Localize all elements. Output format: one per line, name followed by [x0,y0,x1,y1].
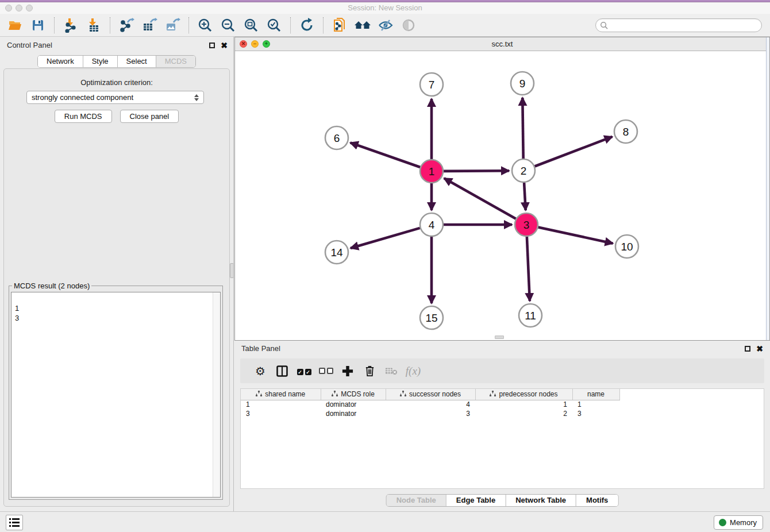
unselect-all-button[interactable] [315,361,337,381]
network-minimize-button[interactable]: − [251,40,259,48]
tab-edge-table[interactable]: Edge Table [446,495,505,506]
graph-node-9[interactable]: 9 [511,72,534,95]
network-vscroll[interactable] [766,37,769,340]
cell-mcds-role[interactable]: dominator [321,409,386,418]
network-canvas[interactable]: 7968124314101511 [235,51,769,340]
export-network-button[interactable] [115,16,138,35]
column-header-shared-name[interactable]: shared name [241,389,321,400]
graph-edge-1-2[interactable] [444,171,509,171]
tab-mcds[interactable]: MCDS [156,56,195,67]
titlebar-traffic-lights[interactable] [5,5,33,11]
graph-node-15[interactable]: 15 [420,306,443,329]
close-panel-icon[interactable]: ✖ [221,41,228,49]
import-table-button[interactable] [82,16,105,35]
first-neighbors-button[interactable] [351,16,374,35]
cell-shared-name[interactable]: 3 [241,409,321,418]
close-table-panel-icon[interactable]: ✖ [756,345,763,353]
cell-successor-nodes[interactable]: 3 [386,409,475,418]
refresh-view-button[interactable] [295,16,318,35]
network-close-button[interactable]: ✕ [240,40,247,48]
tab-select[interactable]: Select [117,56,156,67]
open-session-button[interactable] [3,16,26,35]
cell-predecessor-nodes[interactable]: 2 [475,409,572,418]
memory-button[interactable]: Memory [714,515,763,530]
save-session-button[interactable] [26,16,49,35]
cell-name[interactable]: 3 [572,409,619,418]
close-panel-button[interactable]: Close panel [120,110,179,123]
graph-edge-1-6[interactable] [351,142,421,167]
graph-node-1[interactable]: 1 [420,160,443,183]
cell-shared-name[interactable]: 1 [241,400,321,409]
gear-icon: ⚙ [255,364,265,378]
new-network-from-selection-button[interactable] [328,16,351,35]
graph-node-3[interactable]: 3 [515,213,538,236]
cell-successor-nodes[interactable]: 4 [386,400,475,409]
cell-mcds-role[interactable]: dominator [321,400,386,409]
tab-node-table[interactable]: Node Table [387,495,446,506]
zoom-selected-button[interactable] [263,16,286,35]
search-input[interactable] [609,20,761,31]
import-network-icon [63,18,78,33]
graph-edge-3-10[interactable] [538,228,613,244]
graph-node-14[interactable]: 14 [325,241,348,264]
column-header-mcds-role[interactable]: MCDS role [321,389,386,400]
zoom-window-button[interactable] [26,5,33,11]
add-row-button[interactable] [337,361,359,381]
export-table-button[interactable] [138,16,161,35]
criterion-selected-value: strongly connected component [32,93,133,102]
graph-node-10[interactable]: 10 [615,235,638,258]
tab-style[interactable]: Style [83,56,117,67]
tab-motifs[interactable]: Motifs [576,495,618,506]
network-maximize-button[interactable]: + [263,40,270,48]
graph-node-7[interactable]: 7 [420,73,443,96]
graph-node-11[interactable]: 11 [519,304,542,327]
result-scrollbar[interactable] [213,292,220,497]
zoom-out-button[interactable] [217,16,240,35]
column-header-predecessor-nodes[interactable]: predecessor nodes [475,389,572,400]
panel-splitter-handle[interactable] [230,263,234,278]
delete-column-button[interactable] [380,361,402,381]
graph-node-4[interactable]: 4 [420,213,443,236]
show-columns-button[interactable] [271,361,293,381]
search-box[interactable] [595,18,762,32]
hide-selected-button[interactable] [374,16,397,35]
graph-edge-2-9[interactable] [522,98,523,159]
graph-edge-2-3[interactable] [524,183,526,210]
export-image-icon [164,18,180,33]
delete-row-button[interactable] [359,361,380,381]
float-table-panel-icon[interactable] [745,346,750,352]
show-all-button[interactable] [397,16,420,35]
tab-network-table[interactable]: Network Table [505,495,576,506]
column-header-name[interactable]: name [572,389,619,400]
graph-node-6[interactable]: 6 [325,126,348,149]
graph-edge-3-11[interactable] [527,237,530,301]
float-panel-icon[interactable] [209,43,215,48]
graph-edge-4-14[interactable] [351,228,420,248]
svg-text:14: 14 [330,246,343,259]
graph-node-8[interactable]: 8 [614,120,637,143]
tab-network[interactable]: Network [38,56,83,67]
cell-predecessor-nodes[interactable]: 1 [475,400,572,409]
close-window-button[interactable] [5,5,12,11]
criterion-select[interactable]: strongly connected component [26,91,204,104]
network-hscroll-handle[interactable] [495,336,504,339]
import-network-button[interactable] [59,16,82,35]
export-image-button[interactable] [161,16,184,35]
function-builder-button[interactable]: f(x) [402,361,424,381]
fx-icon: f(x) [406,365,421,377]
run-mcds-button[interactable]: Run MCDS [55,110,112,123]
cell-name[interactable]: 1 [572,400,619,409]
show-panels-button[interactable] [6,515,23,530]
graph-edge-2-8[interactable] [535,137,613,167]
minimize-window-button[interactable] [16,5,22,11]
svg-text:8: 8 [623,126,629,138]
zoom-in-button[interactable] [194,16,217,35]
zoom-fit-button[interactable] [240,16,263,35]
table-settings-button[interactable]: ⚙ [249,361,271,381]
graph-edge-3-1[interactable] [444,178,516,218]
mcds-result-list[interactable]: 1 3 [11,292,221,498]
select-all-button[interactable]: ✓✓ [293,361,315,381]
trash-icon [364,365,375,377]
column-header-successor-nodes[interactable]: successor nodes [386,389,475,400]
graph-node-2[interactable]: 2 [512,159,535,182]
